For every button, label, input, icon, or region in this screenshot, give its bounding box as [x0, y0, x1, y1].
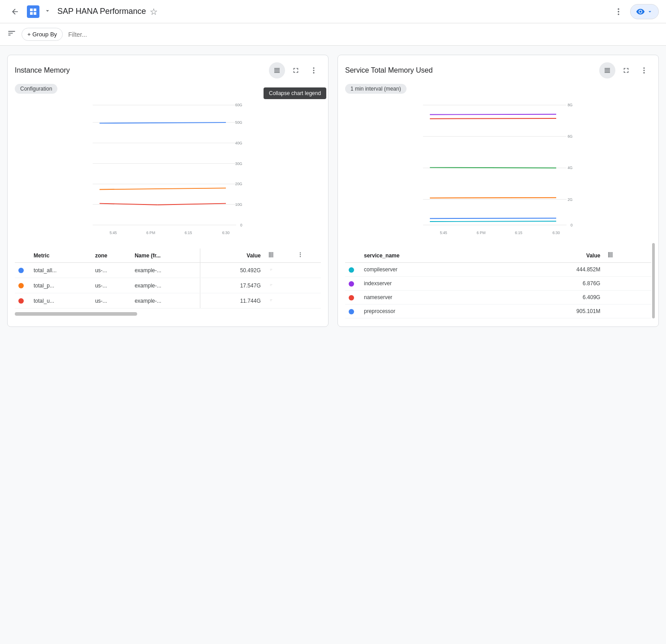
row-service-name: compileserver	[360, 263, 502, 277]
collapse-legend-button[interactable]	[269, 62, 285, 78]
svg-point-7	[313, 67, 315, 69]
svg-line-48	[430, 114, 556, 115]
col2-value-header: Value	[502, 248, 604, 263]
col2-service-header: service_name	[360, 248, 502, 263]
row-action	[294, 293, 321, 309]
svg-text:6 PM: 6 PM	[477, 231, 486, 235]
back-button[interactable]	[7, 4, 23, 20]
row-zone: us-...	[91, 278, 131, 293]
row-metric: total_all...	[30, 263, 91, 278]
row-dot	[15, 263, 30, 278]
row-metric: total_p...	[30, 278, 91, 293]
card2-scroll-indicator[interactable]	[652, 243, 655, 318]
card2-chip-wrap: 1 min interval (mean)	[345, 84, 651, 94]
card1-table-wrap: Metric zone Name (fr... Value	[15, 243, 321, 309]
dashboard-dropdown-btn[interactable]	[43, 6, 52, 17]
row-name: example-...	[131, 278, 200, 293]
col2-cols-header[interactable]	[604, 248, 651, 263]
row-action	[604, 291, 651, 305]
star-icon[interactable]: ☆	[150, 6, 158, 17]
table-row: total_p... us-... example-... 17.547G	[15, 278, 321, 293]
row-action	[294, 263, 321, 278]
svg-text:60G: 60G	[235, 103, 242, 107]
card2-collapse-legend-button[interactable]	[599, 62, 615, 78]
svg-text:30G: 30G	[235, 161, 242, 166]
col-zone-header: zone	[91, 248, 131, 263]
more-button[interactable]	[610, 4, 627, 20]
row-more[interactable]	[264, 278, 294, 293]
row-value: 6.409G	[502, 291, 604, 305]
svg-text:20G: 20G	[235, 182, 242, 186]
group-by-button[interactable]: + Group By	[22, 28, 63, 41]
svg-point-8	[313, 70, 315, 71]
svg-text:5:45: 5:45	[440, 231, 447, 235]
dashboard-icon	[27, 5, 39, 18]
row-name: example-...	[131, 293, 200, 309]
svg-rect-3	[34, 12, 36, 15]
row-value: 6.876G	[502, 277, 604, 291]
row-zone: us-...	[91, 293, 131, 309]
card2-more-button[interactable]	[637, 63, 651, 78]
svg-line-50	[430, 168, 556, 168]
svg-line-51	[430, 198, 556, 198]
eye-button[interactable]	[630, 4, 659, 19]
svg-point-36	[644, 70, 645, 71]
row-value: 17.547G	[208, 278, 264, 293]
row-divider	[200, 263, 208, 278]
row-action	[294, 278, 321, 293]
row-dot	[345, 263, 360, 277]
card1-more-button[interactable]	[307, 63, 321, 78]
table-row: indexserver 6.876G	[345, 277, 651, 291]
svg-rect-2	[30, 12, 33, 15]
row-value: 11.744G	[208, 293, 264, 309]
fullscreen-button[interactable]	[289, 63, 303, 78]
table-row: total_all... us-... example-... 50.492G	[15, 263, 321, 278]
row-service-name: nameserver	[360, 291, 502, 305]
row-service-name: indexserver	[360, 277, 502, 291]
card2-table-outer: service_name Value compileserver 444.852…	[345, 243, 651, 318]
col-dot-header	[15, 248, 30, 263]
row-divider	[200, 278, 208, 293]
legend-btn-wrap: Collapse chart legend	[269, 62, 285, 78]
svg-text:10G: 10G	[235, 202, 242, 207]
svg-rect-1	[34, 9, 36, 11]
row-dot	[345, 305, 360, 318]
card1-scrollbar[interactable]	[15, 312, 137, 316]
card1-scrollbar-wrap	[15, 312, 321, 319]
col-metric-header: Metric	[30, 248, 91, 263]
card2-fullscreen-button[interactable]	[619, 63, 633, 78]
card2-table-wrap[interactable]: service_name Value compileserver 444.852…	[345, 243, 651, 318]
card1-actions: Collapse chart legend	[269, 62, 321, 78]
row-more[interactable]	[264, 293, 294, 309]
svg-rect-0	[30, 9, 33, 11]
row-action	[604, 277, 651, 291]
svg-point-9	[313, 72, 315, 74]
svg-point-4	[618, 8, 619, 9]
svg-text:8G: 8G	[567, 103, 572, 107]
svg-point-5	[618, 11, 619, 12]
col-more-header[interactable]	[294, 248, 321, 263]
svg-line-53	[430, 221, 556, 222]
card2-actions	[599, 62, 651, 78]
filter-icon	[7, 29, 16, 40]
col-cols-header[interactable]	[264, 248, 294, 263]
svg-point-34	[300, 256, 301, 257]
card2-title: Service Total Memory Used	[345, 66, 432, 74]
card2-header: Service Total Memory Used	[345, 62, 651, 78]
row-value: 444.852M	[502, 263, 604, 277]
svg-text:6G: 6G	[567, 134, 572, 139]
row-action	[604, 305, 651, 318]
instance-memory-card: Instance Memory Collapse chart legend Co…	[7, 55, 329, 327]
main-content: Instance Memory Collapse chart legend Co…	[0, 46, 666, 336]
card2-chart: 8G 6G 4G 2G 0	[345, 98, 651, 243]
chart1-svg: 60G 50G 40G 30G 20G 10G 0	[15, 98, 321, 242]
card1-chart: 60G 50G 40G 30G 20G 10G 0	[15, 98, 321, 243]
card2-legend-table: service_name Value compileserver 444.852…	[345, 248, 651, 318]
filter-input[interactable]	[68, 31, 147, 38]
top-bar-left: SAP HANA Performance ☆	[7, 4, 158, 20]
row-divider	[200, 293, 208, 309]
service-memory-card: Service Total Memory Used 1 min interval…	[337, 55, 659, 327]
tooltip-collapse-legend: Collapse chart legend	[264, 87, 326, 99]
svg-point-33	[300, 254, 301, 255]
row-more[interactable]	[264, 263, 294, 278]
